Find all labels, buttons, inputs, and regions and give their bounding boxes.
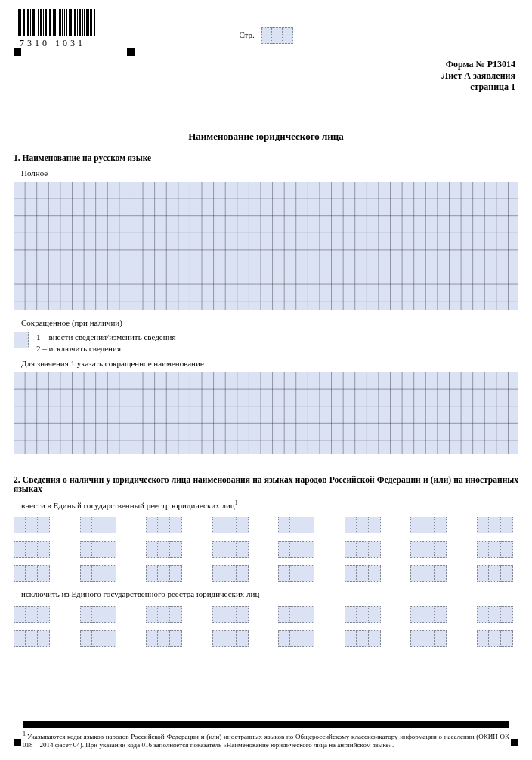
language-code-cell[interactable] xyxy=(212,630,255,647)
language-code-cell[interactable] xyxy=(146,541,188,558)
language-code-cell[interactable] xyxy=(212,565,255,582)
language-code-cell[interactable] xyxy=(212,517,255,533)
full-name-label: Полное xyxy=(21,168,518,178)
page-label: Стр. xyxy=(239,30,254,39)
add-codes-grid xyxy=(14,517,518,582)
language-code-cell[interactable] xyxy=(477,517,519,533)
page-title: Наименование юридического лица xyxy=(14,131,518,143)
language-code-cell[interactable] xyxy=(80,565,122,582)
language-code-cell[interactable] xyxy=(278,630,320,647)
alignment-square-icon xyxy=(14,48,21,56)
option-row: 1 – внести сведения/изменить сведения 2 … xyxy=(14,332,518,354)
language-code-cell[interactable] xyxy=(80,606,122,623)
language-code-cell[interactable] xyxy=(146,606,188,623)
language-code-cell[interactable] xyxy=(146,565,188,582)
language-code-cell[interactable] xyxy=(477,630,519,647)
language-code-cell[interactable] xyxy=(278,541,320,558)
page-number-row: Стр. xyxy=(0,27,532,44)
full-name-field[interactable] xyxy=(14,182,518,310)
language-code-cell[interactable] xyxy=(146,517,188,533)
language-code-cell[interactable] xyxy=(345,606,387,623)
section2-add-text: внести в Единый государственный реестр ю… xyxy=(21,500,235,509)
section2-heading: 2. Сведения о наличии у юридического лиц… xyxy=(14,475,518,493)
remove-codes-grid xyxy=(14,606,518,647)
form-number: Форма № Р13014 xyxy=(441,59,515,70)
form-page: страница 1 xyxy=(441,82,515,93)
language-code-cell[interactable] xyxy=(345,541,387,558)
language-code-cell[interactable] xyxy=(477,606,519,623)
language-code-cell[interactable] xyxy=(278,606,320,623)
language-code-cell[interactable] xyxy=(80,541,122,558)
footnote-ref-icon: 1 xyxy=(235,499,238,506)
language-code-cell[interactable] xyxy=(410,606,453,623)
footnote-text: Указываются коды языков народов Российск… xyxy=(23,733,509,749)
footnote-bar-icon xyxy=(23,721,509,728)
language-code-cell[interactable] xyxy=(410,565,453,582)
language-code-cell[interactable] xyxy=(410,630,453,647)
language-code-cell[interactable] xyxy=(278,517,320,533)
language-code-cell[interactable] xyxy=(212,606,255,623)
short-name-field[interactable] xyxy=(14,372,518,454)
language-code-cell[interactable] xyxy=(14,630,56,647)
short-name-option-cell[interactable] xyxy=(14,332,29,348)
footnote: 1Указываются коды языков народов Российс… xyxy=(23,721,509,750)
language-code-cell[interactable] xyxy=(14,606,56,623)
language-code-cell[interactable] xyxy=(146,630,188,647)
language-code-cell[interactable] xyxy=(80,630,122,647)
language-code-cell[interactable] xyxy=(345,517,387,533)
section2-remove-label: исключить из Единого государственного ре… xyxy=(21,589,518,598)
language-code-cell[interactable] xyxy=(14,517,56,533)
option2-text: 2 – исключить сведения xyxy=(36,343,176,354)
alignment-square-icon xyxy=(127,48,135,56)
language-code-cell[interactable] xyxy=(410,541,453,558)
section2-add-label: внести в Единый государственный реестр ю… xyxy=(21,499,518,510)
short-name-label: Сокращенное (при наличии) xyxy=(21,318,518,327)
language-code-cell[interactable] xyxy=(345,565,387,582)
option1-text: 1 – внести сведения/изменить сведения xyxy=(36,332,176,343)
short-name-instruction: Для значения 1 указать сокращенное наиме… xyxy=(21,359,518,368)
form-sheet: Лист А заявления xyxy=(441,70,515,82)
section1-heading: 1. Наименование на русском языке xyxy=(14,153,518,162)
language-code-cell[interactable] xyxy=(345,630,387,647)
alignment-square-icon xyxy=(14,739,21,746)
language-code-cell[interactable] xyxy=(410,517,453,533)
language-code-cell[interactable] xyxy=(477,541,519,558)
language-code-cell[interactable] xyxy=(80,517,122,533)
language-code-cell[interactable] xyxy=(14,565,56,582)
language-code-cell[interactable] xyxy=(14,541,56,558)
form-header: Форма № Р13014 Лист А заявления страница… xyxy=(441,59,515,93)
footnote-number: 1 xyxy=(23,731,26,737)
alignment-square-icon xyxy=(511,739,518,746)
language-code-cell[interactable] xyxy=(477,565,519,582)
language-code-cell[interactable] xyxy=(278,565,320,582)
page-number-cells[interactable] xyxy=(261,27,293,44)
language-code-cell[interactable] xyxy=(212,541,255,558)
